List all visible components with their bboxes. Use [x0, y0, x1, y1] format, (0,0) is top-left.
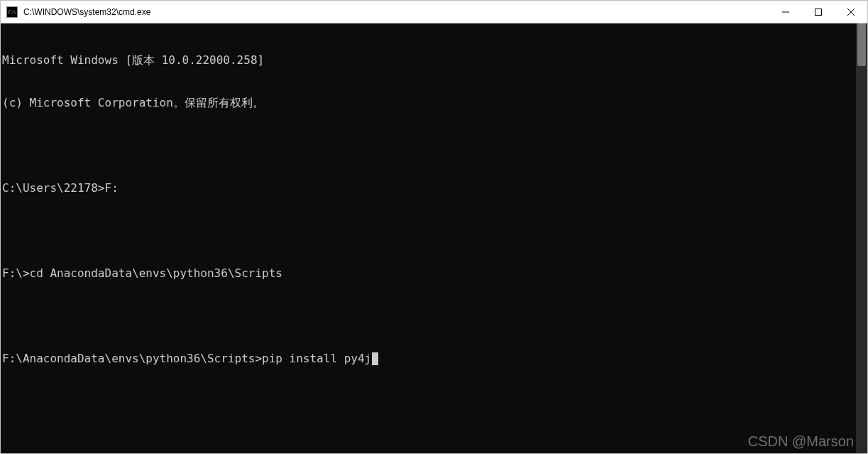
scrollbar-thumb[interactable]: [857, 23, 866, 66]
terminal-line: [2, 309, 856, 323]
terminal-line: [2, 139, 856, 153]
terminal-line: F:\AnacondaData\envs\python36\Scripts>pi…: [2, 352, 856, 366]
cmd-window: C:\WINDOWS\system32\cmd.exe Microsoft Wi…: [0, 0, 868, 454]
close-icon: [847, 9, 855, 16]
titlebar[interactable]: C:\WINDOWS\system32\cmd.exe: [1, 1, 867, 23]
terminal-text: F:\AnacondaData\envs\python36\Scripts>pi…: [2, 352, 371, 365]
terminal-wrapper: Microsoft Windows [版本 10.0.22000.258] (c…: [1, 23, 867, 453]
window-title: C:\WINDOWS\system32\cmd.exe: [23, 7, 150, 17]
svg-rect-1: [815, 9, 822, 15]
cmd-icon: [6, 6, 18, 18]
maximize-icon: [815, 9, 822, 16]
minimize-button[interactable]: [769, 1, 802, 23]
terminal-line: [2, 224, 856, 238]
terminal-line: C:\Users\22178>F:: [2, 181, 856, 195]
window-controls: [769, 1, 867, 23]
vertical-scrollbar[interactable]: [856, 23, 867, 453]
titlebar-left: C:\WINDOWS\system32\cmd.exe: [1, 6, 150, 18]
terminal-line: F:\>cd AnacondaData\envs\python36\Script…: [2, 266, 856, 281]
terminal-line: Microsoft Windows [版本 10.0.22000.258]: [2, 53, 856, 67]
minimize-icon: [782, 9, 789, 16]
terminal-cursor: [372, 352, 378, 365]
terminal-output[interactable]: Microsoft Windows [版本 10.0.22000.258] (c…: [1, 23, 856, 453]
maximize-button[interactable]: [802, 1, 835, 23]
close-button[interactable]: [835, 1, 867, 23]
terminal-line: (c) Microsoft Corporation。保留所有权利。: [2, 96, 856, 110]
